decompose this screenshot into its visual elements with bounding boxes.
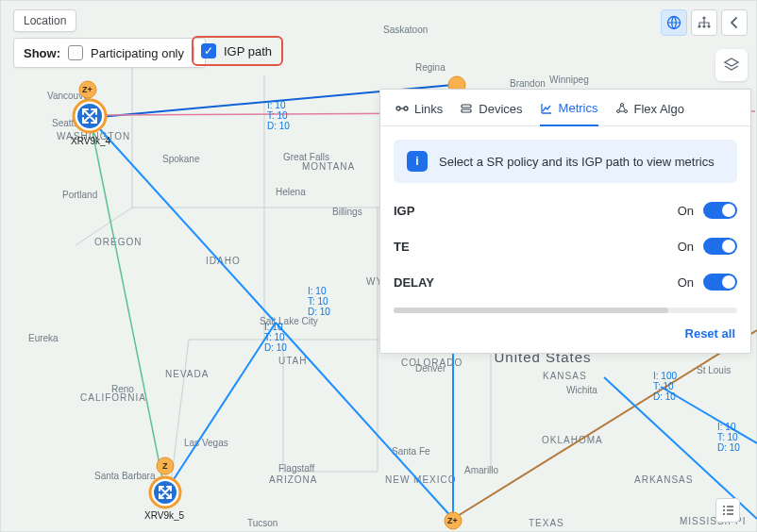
metric-toggle-rows: IGP On TE On DELAY On <box>380 192 750 306</box>
svg-text:I: 10: I: 10 <box>267 100 286 110</box>
tab-devices[interactable]: Devices <box>460 101 522 125</box>
show-filter-bar: Show: Participating only | <box>13 38 206 68</box>
panel-tabs: Links Devices Metrics Flex Algo <box>380 90 750 126</box>
tab-links[interactable]: Links <box>395 101 443 125</box>
info-icon: i <box>407 151 428 172</box>
svg-text:Z+: Z+ <box>447 516 458 525</box>
toggle-igp[interactable] <box>703 202 737 219</box>
metrics-panel: Links Devices Metrics Flex Algo i Select… <box>379 89 751 354</box>
tab-flex-algo[interactable]: Flex Algo <box>615 101 684 125</box>
svg-text:D: 10: D: 10 <box>653 391 676 402</box>
svg-text:Spokane: Spokane <box>162 154 200 164</box>
svg-text:Saskatoon: Saskatoon <box>383 25 428 35</box>
svg-text:T: 10: T: 10 <box>308 296 328 307</box>
svg-text:I: 10: I: 10 <box>308 286 327 296</box>
row-igp: IGP On <box>394 192 737 228</box>
igp-checkbox[interactable]: ✓ <box>201 43 216 58</box>
svg-text:D: 10: D: 10 <box>264 342 287 353</box>
svg-point-81 <box>723 509 725 511</box>
info-banner: i Select a SR policy and its IGP path to… <box>394 140 737 183</box>
svg-text:D: 10: D: 10 <box>717 442 740 453</box>
row-igp-state: On <box>678 204 694 218</box>
devices-icon <box>460 102 473 115</box>
globe-icon[interactable] <box>661 9 687 36</box>
toggle-te[interactable] <box>703 238 737 255</box>
svg-text:Flagstaff: Flagstaff <box>278 463 314 474</box>
svg-point-78 <box>707 25 710 27</box>
svg-text:Billings: Billings <box>332 207 362 217</box>
svg-text:UTAH: UTAH <box>278 356 307 366</box>
tab-metrics[interactable]: Metrics <box>540 101 598 126</box>
svg-text:Great Falls: Great Falls <box>283 152 329 162</box>
metrics-icon <box>540 102 553 115</box>
layers-icon[interactable] <box>715 49 748 81</box>
svg-text:Regina: Regina <box>415 62 446 73</box>
svg-point-85 <box>396 107 400 110</box>
svg-text:I: 10: I: 10 <box>717 422 736 432</box>
svg-point-75 <box>702 16 705 19</box>
participating-checkbox[interactable] <box>68 45 83 60</box>
node-bottom-center[interactable]: Z+ <box>445 512 462 529</box>
svg-point-76 <box>698 25 700 27</box>
svg-text:I: 10: I: 10 <box>264 322 283 332</box>
panel-scrollbar[interactable] <box>394 308 737 313</box>
igp-label: IGP path <box>224 44 272 58</box>
svg-text:T: 10: T: 10 <box>653 381 674 391</box>
igp-path-option-highlighted[interactable]: ✓ IGP path <box>192 36 283 66</box>
svg-point-91 <box>624 110 627 113</box>
svg-text:XRV9k_4: XRV9k_4 <box>71 136 111 146</box>
svg-point-86 <box>404 107 408 110</box>
svg-text:Reno: Reno <box>111 384 134 394</box>
svg-text:Eureka: Eureka <box>28 333 59 343</box>
tab-flex-label: Flex Algo <box>634 102 684 116</box>
row-te: TE On <box>394 228 737 264</box>
svg-point-83 <box>723 513 725 515</box>
svg-text:St Louis: St Louis <box>697 365 731 375</box>
svg-rect-84 <box>727 513 733 514</box>
location-button[interactable]: Location <box>13 9 76 32</box>
svg-text:D: 10: D: 10 <box>267 121 290 131</box>
svg-point-79 <box>723 506 725 507</box>
row-te-label: TE <box>394 240 410 254</box>
row-delay-label: DELAY <box>394 275 434 290</box>
svg-text:ARKANSAS: ARKANSAS <box>634 474 693 485</box>
svg-text:Brandon: Brandon <box>510 78 546 89</box>
svg-text:ARIZONA: ARIZONA <box>269 474 317 485</box>
flex-algo-icon <box>615 102 629 115</box>
top-right-toolbar <box>661 9 748 36</box>
svg-text:Tucson: Tucson <box>247 518 278 528</box>
svg-text:Helena: Helena <box>276 187 306 197</box>
row-igp-label: IGP <box>394 204 414 218</box>
svg-rect-80 <box>727 506 733 507</box>
tab-devices-label: Devices <box>479 102 522 116</box>
svg-text:T: 10: T: 10 <box>267 110 288 121</box>
svg-text:Z: Z <box>162 461 168 471</box>
toggle-delay[interactable] <box>703 274 737 291</box>
participating-label: Participating only <box>91 46 184 60</box>
svg-text:NEVADA: NEVADA <box>165 369 209 379</box>
svg-text:OREGON: OREGON <box>94 237 142 247</box>
svg-point-77 <box>702 25 705 27</box>
svg-rect-82 <box>727 509 733 510</box>
legend-icon[interactable] <box>715 498 740 523</box>
svg-text:Santa Fe: Santa Fe <box>392 446 430 457</box>
svg-text:XRV9k_5: XRV9k_5 <box>144 510 185 521</box>
metric-m5: I: 100 T: 10 D: 10 <box>653 371 677 402</box>
svg-rect-87 <box>462 105 471 108</box>
svg-text:Amarillo: Amarillo <box>464 465 499 475</box>
svg-text:D: 10: D: 10 <box>308 307 330 317</box>
svg-text:TEXAS: TEXAS <box>529 518 564 528</box>
chevron-left-icon[interactable] <box>721 9 748 36</box>
svg-text:Z+: Z+ <box>82 85 93 94</box>
svg-text:Santa Barbara: Santa Barbara <box>94 471 156 481</box>
svg-rect-88 <box>462 109 471 112</box>
hierarchy-icon[interactable] <box>691 9 717 36</box>
show-label: Show: <box>24 46 60 60</box>
svg-text:I: 100: I: 100 <box>653 371 677 381</box>
tab-metrics-label: Metrics <box>559 101 598 115</box>
reset-all-link[interactable]: Reset all <box>685 326 735 341</box>
svg-text:KANSAS: KANSAS <box>543 371 587 381</box>
svg-text:Portland: Portland <box>62 190 97 200</box>
row-delay: DELAY On <box>394 264 737 300</box>
svg-text:Wichita: Wichita <box>566 385 597 395</box>
